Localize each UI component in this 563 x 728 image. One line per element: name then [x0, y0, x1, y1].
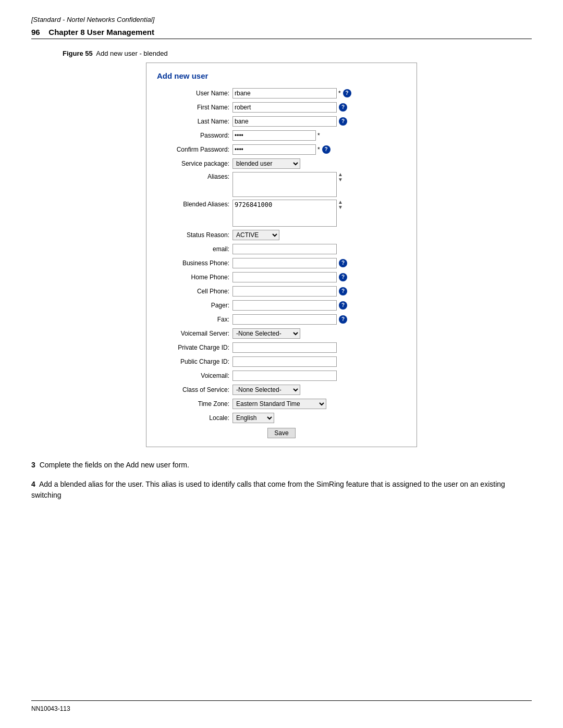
password-input[interactable] [232, 130, 316, 141]
aliases-label: Aliases: [157, 172, 232, 180]
confirm-password-help-icon[interactable]: ? [322, 145, 331, 154]
confirm-password-required: * [317, 146, 320, 153]
status-reason-select[interactable]: ACTIVE [232, 230, 279, 240]
pager-row: Pager: ? [157, 300, 406, 311]
step4-number: 4 [31, 480, 35, 488]
aliases-textarea[interactable] [232, 172, 337, 197]
service-package-label: Service package: [157, 160, 232, 167]
business-phone-help-icon[interactable]: ? [339, 259, 347, 267]
home-phone-label: Home Phone: [157, 274, 232, 281]
cos-select[interactable]: -None Selected- [232, 385, 300, 395]
save-row: Save [157, 428, 406, 438]
pager-input[interactable] [232, 300, 337, 311]
password-row: Password: * [157, 130, 406, 141]
form-container: Add new user User Name: * ? First Name: … [146, 63, 417, 447]
cell-phone-help-icon[interactable]: ? [339, 287, 347, 295]
public-charge-row: Public Charge ID: [157, 356, 406, 367]
voicemail-input[interactable] [232, 371, 337, 381]
private-charge-label: Private Charge ID: [157, 344, 232, 351]
figure-title: Add new user - blended [96, 50, 167, 57]
aliases-scrollbar: ▲ ▼ [338, 172, 343, 182]
lastname-input[interactable] [232, 116, 337, 127]
status-reason-label: Status Reason: [157, 231, 232, 239]
fax-help-icon[interactable]: ? [339, 315, 347, 324]
page: [Standard - Nortel Networks Confidential… [0, 0, 563, 728]
username-input[interactable] [232, 88, 337, 98]
firstname-help-icon[interactable]: ? [339, 103, 347, 112]
blended-aliases-textarea[interactable]: 9726841000 [232, 200, 337, 227]
figure-label: Figure 55 [63, 50, 93, 57]
voicemail-server-row: Voicemail Server: -None Selected- [157, 328, 406, 339]
business-phone-label: Business Phone: [157, 260, 232, 267]
cos-label: Class of Service: [157, 386, 232, 393]
username-label: User Name: [157, 90, 232, 97]
chapter-header: 96 Chapter 8 User Management [31, 28, 532, 39]
blended-aliases-scrollbar: ▲ ▼ [338, 200, 343, 210]
business-phone-input[interactable] [232, 258, 337, 268]
cell-phone-input[interactable] [232, 286, 337, 297]
email-input[interactable] [232, 244, 337, 254]
voicemail-row: Voicemail: [157, 370, 406, 381]
aliases-scroll-down: ▼ [338, 177, 343, 182]
username-row: User Name: * ? [157, 88, 406, 99]
confirm-password-label: Confirm Password: [157, 146, 232, 153]
locale-select[interactable]: English [232, 413, 274, 423]
private-charge-row: Private Charge ID: [157, 342, 406, 353]
fax-input[interactable] [232, 314, 337, 325]
timezone-row: Time Zone: Eastern Standard Time [157, 398, 406, 410]
chapter-number: 96 [31, 28, 40, 36]
footer: NN10043-113 [31, 700, 532, 712]
email-label: email: [157, 245, 232, 253]
step4-text: Add a blended alias for the user. This a… [31, 480, 505, 499]
home-phone-help-icon[interactable]: ? [339, 273, 347, 281]
username-required: * [338, 90, 341, 97]
cell-phone-label: Cell Phone: [157, 288, 232, 295]
firstname-input[interactable] [232, 102, 337, 113]
home-phone-input[interactable] [232, 272, 337, 282]
email-row: email: [157, 243, 406, 255]
username-help-icon[interactable]: ? [343, 89, 351, 97]
locale-row: Locale: English [157, 412, 406, 424]
confirm-password-input[interactable] [232, 144, 316, 155]
business-phone-row: Business Phone: ? [157, 257, 406, 269]
step3-number: 3 [31, 461, 35, 469]
blended-scroll-down: ▼ [338, 205, 343, 210]
step3: 3 Complete the fields on the Add new use… [31, 460, 532, 471]
home-phone-row: Home Phone: ? [157, 272, 406, 283]
voicemail-label: Voicemail: [157, 372, 232, 379]
timezone-select[interactable]: Eastern Standard Time [232, 399, 326, 409]
firstname-label: First Name: [157, 104, 232, 111]
password-required: * [317, 132, 320, 139]
fax-label: Fax: [157, 316, 232, 323]
public-charge-label: Public Charge ID: [157, 358, 232, 365]
private-charge-input[interactable] [232, 342, 337, 353]
fax-row: Fax: ? [157, 314, 406, 325]
locale-label: Locale: [157, 414, 232, 422]
status-reason-row: Status Reason: ACTIVE [157, 229, 406, 241]
pager-label: Pager: [157, 302, 232, 309]
cos-row: Class of Service: -None Selected- [157, 384, 406, 396]
cell-phone-row: Cell Phone: ? [157, 286, 406, 297]
lastname-help-icon[interactable]: ? [339, 117, 347, 126]
figure-caption: Figure 55 Add new user - blended [63, 50, 532, 57]
pager-help-icon[interactable]: ? [339, 301, 347, 310]
voicemail-server-label: Voicemail Server: [157, 330, 232, 337]
public-charge-input[interactable] [232, 356, 337, 367]
blended-aliases-wrapper: 9726841000 ▲ ▼ [232, 200, 343, 227]
chapter-title: Chapter 8 User Management [48, 28, 154, 36]
aliases-wrapper: ▲ ▼ [232, 172, 343, 197]
firstname-row: First Name: ? [157, 102, 406, 113]
service-package-select[interactable]: blended user [232, 158, 300, 169]
save-button[interactable]: Save [267, 428, 295, 438]
confidential-text: [Standard - Nortel Networks Confidential… [31, 16, 532, 23]
service-package-row: Service package: blended user [157, 158, 406, 169]
confirm-password-row: Confirm Password: * ? [157, 144, 406, 155]
blended-aliases-label: Blended Aliases: [157, 200, 232, 208]
step4: 4 Add a blended alias for the user. This… [31, 479, 532, 501]
password-label: Password: [157, 132, 232, 139]
timezone-label: Time Zone: [157, 400, 232, 408]
voicemail-server-select[interactable]: -None Selected- [232, 328, 300, 339]
lastname-row: Last Name: ? [157, 116, 406, 127]
step3-text: Complete the fields on the Add new user … [40, 461, 189, 469]
blended-aliases-row: Blended Aliases: 9726841000 ▲ ▼ [157, 200, 406, 227]
